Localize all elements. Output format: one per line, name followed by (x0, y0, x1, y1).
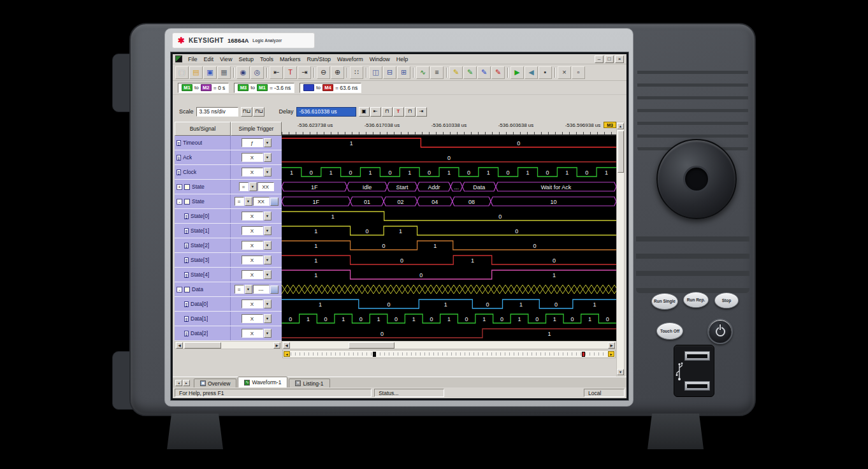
trigger-dropdown-button[interactable]: ▾ (264, 270, 271, 279)
cancel-button[interactable]: × (558, 66, 571, 79)
menu-file[interactable]: File (185, 55, 201, 63)
scrollbar-thumb[interactable] (349, 342, 394, 349)
options-button[interactable]: ∷ (350, 66, 363, 79)
stop-button[interactable]: Stop (714, 292, 739, 308)
waveform-row-state-3[interactable]: 1FIdleStartAddr...DataWait for Ack (282, 180, 616, 194)
scroll-left-button[interactable]: ◀ (283, 342, 290, 349)
overview-marker-2[interactable] (582, 352, 585, 357)
signal-row-ack-1[interactable]: AckX▾ (175, 150, 282, 165)
trigger-dropdown-button[interactable]: ▾ (264, 314, 271, 323)
menu-help[interactable]: Help (393, 55, 412, 63)
signal-row-state-1-6[interactable]: State[1]X▾ (175, 224, 282, 238)
listing-view-button[interactable]: ≡ (430, 66, 444, 79)
scale-value-field[interactable]: 3.35 ns/div (196, 107, 238, 117)
signal-row-data-0-11[interactable]: Data[0]X▾ (175, 297, 282, 312)
bus-signal-cell[interactable]: Data[1] (175, 312, 231, 326)
trigger-value-box[interactable]: --- (253, 285, 270, 294)
overview-right-arrow[interactable]: ▸ (608, 351, 614, 357)
signal-row-state-2-7[interactable]: State[2]X▾ (175, 238, 282, 253)
tab-overview[interactable]: ▣Overview (194, 379, 236, 387)
bus-signal-cell[interactable]: State[0] (175, 209, 231, 223)
scale-finer-button[interactable]: ⊓⊔ (253, 107, 264, 117)
run-repetitive-button[interactable]: Run Rep. (683, 292, 709, 308)
scroll-left-button[interactable]: ◀ (176, 342, 183, 349)
menu-view[interactable]: View (217, 55, 235, 63)
go-to-end-button[interactable]: ⇥ (416, 107, 427, 117)
waveform-row-clock-2[interactable]: 10101010101010101 (282, 165, 616, 180)
waveform-row-state-3-8[interactable]: 1010 (282, 253, 616, 268)
trigger-value-box[interactable]: X (242, 299, 263, 308)
previous-edge-button[interactable]: ⊓ (382, 107, 393, 117)
bus-signal-cell[interactable]: -State (175, 194, 231, 208)
bus-signal-cell[interactable]: State[1] (175, 224, 231, 238)
marker-pen-red-button[interactable]: ✎ (491, 66, 505, 79)
bus-signal-cell[interactable]: +State (175, 180, 231, 194)
trigger-value-box[interactable]: X (242, 226, 263, 235)
collapse-icon[interactable]: - (177, 287, 182, 292)
signal-row-data-1-12[interactable]: Data[1]X▾ (175, 312, 282, 326)
signal-row-state-4-9[interactable]: State[4]X▾ (175, 268, 282, 282)
equals-operator-box[interactable]: = (235, 285, 244, 294)
maximize-button[interactable]: □ (605, 55, 614, 63)
tab-waveform-1[interactable]: ∿Waveform-1 (238, 377, 287, 387)
trigger-dropdown-button[interactable]: ▾ (264, 241, 271, 250)
trigger-value-box[interactable]: X (242, 212, 263, 220)
wave-rows[interactable]: 100101010101010101011FIdleStartAddr...Da… (282, 136, 616, 341)
zoom-out-button[interactable]: ⊖ (317, 66, 330, 79)
marker-pen-yellow-button[interactable]: ✎ (449, 66, 463, 79)
next-edge-button[interactable]: ⊓ (405, 107, 416, 117)
vscrollbar-thumb[interactable] (618, 131, 624, 173)
status-button[interactable]: Status... (374, 389, 444, 397)
trigger-value-box[interactable]: ƒ (242, 138, 263, 147)
trigger-value-box[interactable]: X (242, 270, 263, 279)
marker-readout-2[interactable]: M3toM1= -3.6 ns (234, 83, 294, 93)
tab-scroll-left-button[interactable]: ◂ (175, 380, 182, 386)
scrollbar-thumb[interactable] (184, 342, 221, 349)
trigger-dropdown-button[interactable]: ▾ (264, 212, 271, 220)
trigger-value-box[interactable]: X (242, 241, 263, 250)
waveform-row-data-0-11[interactable]: 1010101 (282, 297, 616, 312)
trigger-assign-button[interactable] (270, 285, 278, 294)
find-button[interactable]: ◉ (236, 66, 250, 79)
menu-window[interactable]: Window (366, 55, 393, 63)
menu-run-stop[interactable]: Run/Stop (303, 55, 334, 63)
scale-coarser-button[interactable]: ⊓⊔ (241, 107, 252, 117)
delay-value-field[interactable]: -536.610338 us (296, 107, 356, 117)
bus-signal-cell[interactable]: State[4] (175, 268, 231, 282)
rotary-knob[interactable] (656, 139, 737, 219)
print-button[interactable]: ▦ (217, 66, 231, 79)
scroll-right-button[interactable]: ▶ (608, 342, 615, 349)
waveform-row-state-4[interactable]: 1F0102040810 (282, 194, 616, 209)
signal-row-clock-2[interactable]: ClockX▾ (175, 165, 282, 180)
menu-edit[interactable]: Edit (201, 55, 217, 63)
waveform-row-state-1-6[interactable]: 1010 (282, 224, 616, 238)
usb-port-bottom[interactable] (684, 381, 710, 391)
signal-row-data-2-13[interactable]: Data[2]X▾ (175, 326, 282, 341)
tab-scroll-right-button[interactable]: ▸ (183, 380, 190, 386)
overview-bar[interactable]: ◂ ▸ (282, 350, 616, 358)
tile-windows-button[interactable]: ◫ (369, 66, 382, 79)
close-button[interactable]: × (615, 55, 624, 63)
signal-row-state-3-8[interactable]: State[3]X▾ (175, 253, 282, 268)
operator-dropdown-button[interactable]: ▾ (249, 182, 257, 191)
equals-operator-box[interactable]: = (235, 197, 244, 206)
run-button[interactable]: ▶ (510, 66, 524, 79)
trigger-dropdown-button[interactable]: ▾ (264, 256, 271, 264)
trigger-value-box[interactable]: X (242, 329, 263, 338)
simple-trigger-column-header[interactable]: Simple Trigger (231, 122, 282, 136)
waveform-row-data-2-13[interactable]: 01 (282, 326, 616, 341)
menu-setup[interactable]: Setup (235, 55, 257, 63)
save-button[interactable]: ▣ (203, 66, 217, 79)
equals-operator-box[interactable]: = (239, 182, 249, 191)
waveform-row-state-4-9[interactable]: 101 (282, 268, 616, 282)
waveform-row-state-0-5[interactable]: 10 (282, 209, 616, 224)
find-next-button[interactable]: ◎ (250, 66, 264, 79)
marker-pen-blue-button[interactable]: ✎ (477, 66, 491, 79)
trigger-value-box[interactable]: X (242, 314, 263, 323)
m3-marker-flag[interactable]: M3 (604, 122, 616, 128)
bus-signal-cell[interactable]: Ack (175, 150, 231, 164)
new-view-button[interactable]: ⊞ (397, 66, 410, 79)
scroll-up-button[interactable]: ▲ (617, 123, 624, 129)
signal-row-timeout-0[interactable]: Timeoutƒ▾ (175, 136, 282, 150)
waveform-row-ack-1[interactable]: 0 (282, 150, 616, 165)
